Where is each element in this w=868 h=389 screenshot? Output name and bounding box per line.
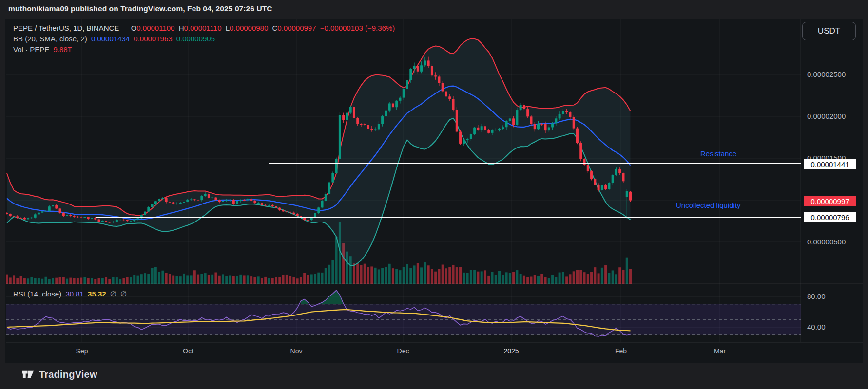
- bb-legend-row: BB (20, SMA, close, 2) 0.00001434 0.0000…: [13, 35, 217, 43]
- chart-widget[interactable]: PEPE / TetherUS, 1D, BINANCE O0.00001100…: [5, 19, 863, 363]
- symbol-legend-row: PEPE / TetherUS, 1D, BINANCE O0.00001100…: [13, 24, 397, 32]
- bb-lower-value: 0.00000905: [176, 35, 215, 43]
- bb-fill: [7, 38, 631, 265]
- volume-bars: [6, 222, 632, 284]
- footer-bar: TradingView: [0, 363, 868, 389]
- liquidity-price-label: 0.00000796: [804, 212, 856, 222]
- rsi-tick-label: 80.00: [807, 292, 866, 300]
- last-price-label: 0.00000997: [804, 196, 856, 206]
- bb-lower-line: [7, 118, 631, 266]
- change-value: −0.00000103 (−9.36%): [320, 24, 395, 32]
- ohlc-low-label: L: [226, 24, 230, 32]
- bb-basis-value: 0.00001434: [91, 35, 130, 43]
- rsi-null-2: ∅: [120, 290, 127, 298]
- time-axis-label-2025: 2025: [503, 347, 519, 355]
- resistance-price-label: 0.00001441: [804, 159, 856, 169]
- time-axis-label-dec: Dec: [397, 347, 409, 355]
- chart-canvas[interactable]: [5, 19, 863, 363]
- time-axis-label-oct: Oct: [183, 347, 193, 355]
- volume-title[interactable]: Vol · PEPE: [13, 45, 49, 54]
- tradingview-logo-text: TradingView: [39, 369, 97, 380]
- currency-toggle-button[interactable]: USDT: [802, 22, 856, 40]
- ohlc-low-value: 0.00000980: [230, 24, 268, 32]
- time-axis-label-sep: Sep: [76, 347, 88, 355]
- rsi-null-1: ∅: [110, 290, 116, 298]
- tradingview-logo[interactable]: TradingView: [21, 368, 97, 381]
- rsi-tick-label: 40.00: [807, 323, 866, 331]
- ohlc-high-value: 0.00001110: [184, 24, 221, 32]
- price-tick-label: 0.00000500: [807, 238, 866, 246]
- rsi-value: 30.81: [65, 290, 84, 298]
- ohlc-open-value: 0.00001100: [136, 24, 174, 32]
- tradingview-logo-icon: [21, 368, 35, 381]
- volume-value: 9.88T: [53, 45, 72, 54]
- ohlc-open-label: O: [131, 24, 137, 32]
- time-axis-label-nov: Nov: [290, 347, 303, 355]
- volume-legend-row: Vol · PEPE 9.88T: [13, 45, 74, 54]
- ohlc-close-value: 0.00000997: [277, 24, 316, 32]
- time-axis-label-mar: Mar: [714, 347, 726, 355]
- rsi-ma-value: 35.32: [88, 290, 106, 298]
- published-header-text: muthonikiama09 published on TradingView.…: [8, 4, 272, 13]
- price-tick-label: 0.00002000: [807, 112, 866, 120]
- tradingview-snapshot-page: { "page": { "header": "muthonikiama09 pu…: [0, 0, 868, 389]
- time-axis-label-feb: Feb: [615, 347, 627, 355]
- ohlc-close-label: C: [272, 24, 277, 32]
- bb-upper-value: 0.00001963: [134, 35, 172, 43]
- rsi-legend-row: RSI (14, close) 30.81 35.32 ∅ ∅: [13, 290, 129, 298]
- bb-title[interactable]: BB (20, SMA, close, 2): [13, 35, 87, 43]
- price-pane: [6, 38, 632, 284]
- rsi-title[interactable]: RSI (14, close): [13, 290, 61, 298]
- price-tick-label: 0.00002500: [807, 70, 866, 78]
- liquidity-annotation-label[interactable]: Uncollected liquidity: [676, 201, 741, 209]
- symbol-title[interactable]: PEPE / TetherUS, 1D, BINANCE: [13, 24, 119, 32]
- ohlc-high-label: H: [179, 24, 184, 32]
- resistance-annotation-label[interactable]: Resistance: [700, 149, 736, 158]
